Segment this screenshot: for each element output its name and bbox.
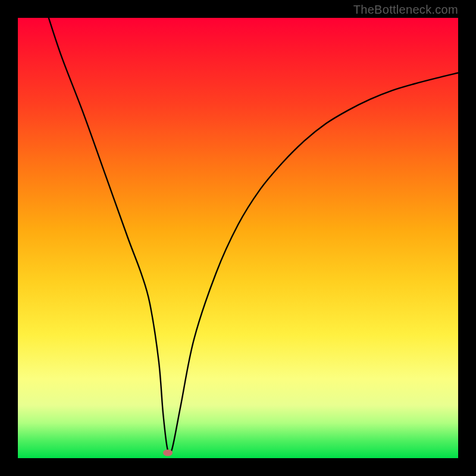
plot-area bbox=[18, 18, 458, 458]
chart-container: TheBottleneck.com bbox=[0, 0, 476, 476]
attribution-label: TheBottleneck.com bbox=[353, 3, 458, 17]
bottleneck-curve bbox=[18, 18, 458, 458]
optimum-marker bbox=[163, 450, 173, 456]
